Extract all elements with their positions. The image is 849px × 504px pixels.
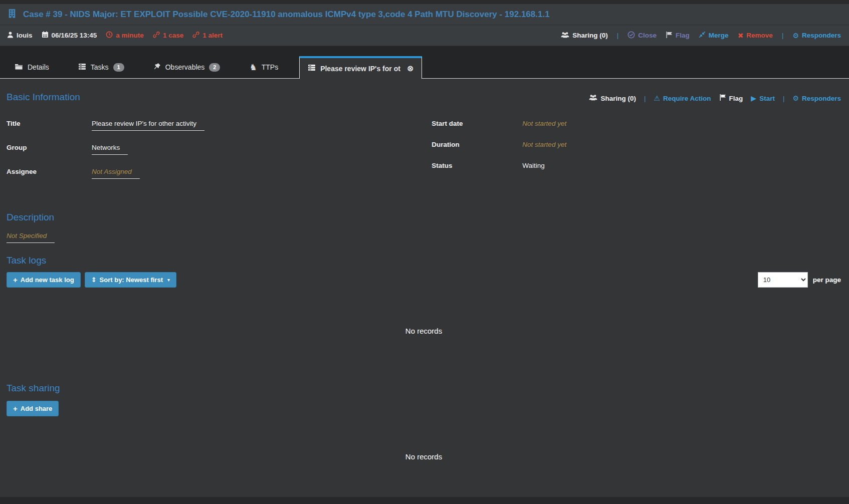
separator: | bbox=[783, 95, 785, 102]
window-bottom-strip bbox=[0, 497, 849, 504]
folder-icon bbox=[15, 63, 23, 72]
case-tab-bar: Details Tasks 1 Observables 2 ♞ TTPs Ple… bbox=[0, 46, 849, 79]
tab-observables[interactable]: Observables 2 bbox=[145, 56, 229, 78]
case-title: Case # 39 - NIDS Major: ET EXPLOIT Possi… bbox=[23, 10, 550, 20]
start-date-label: Start date bbox=[432, 120, 522, 127]
task-sharing-empty-message: No records bbox=[7, 452, 841, 461]
task-action-bar: Sharing (0) | ⚠ Require Action Flag ▶ St… bbox=[589, 94, 841, 103]
clock-icon bbox=[106, 31, 113, 40]
user-icon bbox=[7, 31, 14, 40]
task-logs-empty-message: No records bbox=[7, 327, 841, 335]
basic-information-heading: Basic Information bbox=[7, 92, 80, 103]
add-share-button[interactable]: + Add share bbox=[7, 401, 59, 416]
warning-icon: ⚠ bbox=[654, 95, 661, 102]
gear-icon: ⚙ bbox=[792, 95, 799, 102]
separator: | bbox=[782, 32, 784, 39]
plus-icon: + bbox=[13, 276, 18, 284]
per-page-label: per page bbox=[813, 276, 841, 284]
group-label: Group bbox=[7, 144, 92, 151]
separator: | bbox=[644, 95, 646, 102]
merge-case-button[interactable]: Merge bbox=[699, 31, 729, 40]
tasks-icon bbox=[78, 63, 86, 72]
people-icon bbox=[561, 32, 569, 40]
gear-icon: ⚙ bbox=[792, 32, 799, 39]
tab-task-please-review[interactable]: Please review IP's for ot ⊗ bbox=[299, 56, 422, 79]
task-detail-panel: Basic Information Sharing (0) | ⚠ Requir… bbox=[0, 79, 849, 497]
calendar-icon bbox=[42, 31, 49, 40]
chess-knight-icon: ♞ bbox=[249, 62, 257, 73]
require-action-button[interactable]: ⚠ Require Action bbox=[654, 95, 711, 102]
description-value[interactable]: Not Specified bbox=[7, 232, 55, 243]
group-value[interactable]: Networks bbox=[92, 144, 128, 155]
case-sharing-button[interactable]: Sharing (0) bbox=[561, 32, 608, 40]
field-group: Group Networks bbox=[7, 144, 423, 155]
flag-icon bbox=[666, 31, 673, 40]
x-icon: ✖ bbox=[738, 32, 744, 39]
separator: | bbox=[617, 32, 619, 39]
check-circle-icon bbox=[627, 31, 635, 40]
task-logs-toolbar: + Add new task log ⇕ Sort by: Newest fir… bbox=[7, 272, 841, 288]
task-responders-button[interactable]: ⚙ Responders bbox=[792, 95, 841, 102]
per-page-select[interactable]: 10 bbox=[758, 272, 808, 288]
duration-value: Not started yet bbox=[522, 141, 566, 148]
basic-information-form: Title Please review IP's for other activ… bbox=[7, 120, 841, 192]
start-task-button[interactable]: ▶ Start bbox=[751, 95, 775, 102]
merge-icon bbox=[699, 31, 706, 40]
field-assignee: Assignee Not Assigned bbox=[7, 168, 423, 179]
pushpin-icon bbox=[153, 63, 161, 72]
sort-icon: ⇕ bbox=[91, 276, 97, 284]
duration-label: Duration bbox=[432, 141, 522, 148]
linked-alerts[interactable]: 1 alert bbox=[192, 31, 223, 40]
task-sharing-button[interactable]: Sharing (0) bbox=[589, 94, 636, 102]
link-icon bbox=[153, 31, 160, 40]
tab-ttps[interactable]: ♞ TTPs bbox=[241, 56, 286, 78]
case-meta-bar: louis 06/16/25 13:45 a minute 1 case 1 a… bbox=[0, 25, 849, 46]
play-icon: ▶ bbox=[751, 95, 756, 102]
people-icon bbox=[589, 94, 597, 102]
tasks-icon bbox=[308, 64, 316, 73]
tasks-count-badge: 1 bbox=[113, 63, 124, 72]
sort-task-logs-button[interactable]: ⇕ Sort by: Newest first ▾ bbox=[85, 272, 176, 288]
case-created-date: 06/16/25 13:45 bbox=[42, 31, 97, 40]
field-status: Status Waiting bbox=[432, 162, 841, 170]
building-icon bbox=[7, 9, 17, 20]
linked-cases[interactable]: 1 case bbox=[153, 31, 183, 40]
flag-icon bbox=[719, 94, 726, 103]
field-title: Title Please review IP's for other activ… bbox=[7, 120, 423, 131]
case-age: a minute bbox=[106, 31, 144, 40]
field-start-date: Start date Not started yet bbox=[432, 120, 841, 128]
remove-case-button[interactable]: ✖ Remove bbox=[738, 32, 773, 39]
tab-details[interactable]: Details bbox=[7, 56, 57, 78]
caret-down-icon: ▾ bbox=[167, 277, 170, 283]
window-top-strip bbox=[0, 0, 849, 4]
title-value[interactable]: Please review IP's for other activity bbox=[92, 120, 204, 131]
close-tab-icon[interactable]: ⊗ bbox=[407, 64, 413, 73]
start-date-value: Not started yet bbox=[522, 120, 566, 127]
title-label: Title bbox=[7, 120, 92, 127]
flag-task-button[interactable]: Flag bbox=[719, 94, 743, 103]
add-task-log-button[interactable]: + Add new task log bbox=[7, 272, 81, 288]
plus-icon: + bbox=[13, 405, 18, 412]
responders-button[interactable]: ⚙ Responders bbox=[792, 32, 841, 39]
link-icon bbox=[192, 31, 199, 40]
task-sharing-heading: Task sharing bbox=[7, 383, 841, 394]
task-logs-heading: Task logs bbox=[7, 255, 841, 266]
tab-tasks[interactable]: Tasks 1 bbox=[70, 56, 132, 78]
status-label: Status bbox=[432, 162, 522, 169]
observables-count-badge: 2 bbox=[209, 63, 220, 72]
field-duration: Duration Not started yet bbox=[432, 141, 841, 149]
status-value: Waiting bbox=[522, 162, 545, 169]
case-owner: louis bbox=[7, 31, 33, 40]
case-header: Case # 39 - NIDS Major: ET EXPLOIT Possi… bbox=[0, 4, 849, 25]
close-case-button[interactable]: Close bbox=[627, 31, 657, 40]
assignee-value[interactable]: Not Assigned bbox=[92, 168, 140, 179]
description-heading: Description bbox=[7, 212, 841, 223]
assignee-label: Assignee bbox=[7, 168, 92, 175]
flag-case-button[interactable]: Flag bbox=[666, 31, 690, 40]
